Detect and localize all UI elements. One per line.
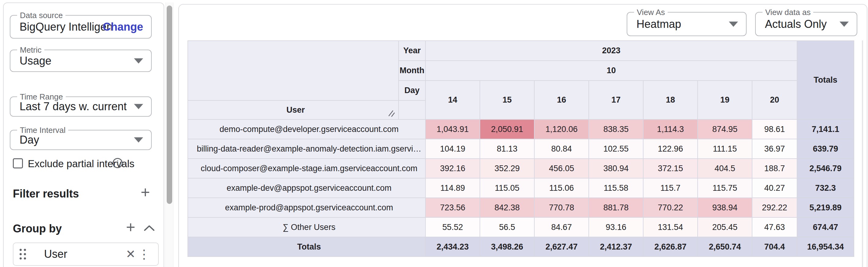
usage-value-cell[interactable]: 115.05 xyxy=(480,178,534,198)
usage-value-cell[interactable]: 456.05 xyxy=(534,159,589,178)
day-column-header[interactable]: 19 xyxy=(698,81,752,119)
usage-value-cell[interactable]: 104.19 xyxy=(426,139,480,159)
user-row-label[interactable]: billing-data-reader@example-anomaly-dete… xyxy=(188,139,426,159)
collapse-chevron-up-icon[interactable] xyxy=(143,224,155,232)
group-by-chip-label: User xyxy=(44,248,67,261)
usage-value-cell[interactable]: 352.29 xyxy=(480,159,534,178)
usage-value-cell[interactable]: 838.35 xyxy=(589,119,643,139)
more-options-icon[interactable]: ⋮ xyxy=(138,247,150,261)
user-row-label[interactable]: cloud-composer@example-stage.iam.gservic… xyxy=(188,159,426,178)
user-row-label[interactable]: ∑ Other Users xyxy=(188,217,426,237)
view-data-as-label: View data as xyxy=(763,8,813,17)
close-icon[interactable]: ✕ xyxy=(126,247,135,261)
usage-value-cell[interactable]: 1,043.91 xyxy=(426,119,480,139)
usage-value-cell[interactable]: 115.75 xyxy=(698,178,752,198)
drag-handle-icon[interactable] xyxy=(20,249,26,260)
usage-value-cell[interactable]: 114.89 xyxy=(426,178,480,198)
user-row-label[interactable]: example-prod@appspot.gserviceaccount.com xyxy=(188,198,426,217)
usage-value-cell[interactable]: 111.15 xyxy=(698,139,752,159)
usage-value-cell[interactable]: 938.94 xyxy=(698,198,752,217)
time-interval-select[interactable]: Time Interval Day xyxy=(10,130,152,150)
chevron-down-icon xyxy=(840,21,849,27)
column-resize-handle[interactable] xyxy=(388,109,395,117)
day-column-header[interactable]: 18 xyxy=(643,81,698,119)
user-row-label[interactable]: demo-compute@developer.gserviceaccount.c… xyxy=(188,119,426,139)
usage-value-cell[interactable]: 404.5 xyxy=(698,159,752,178)
usage-value-cell[interactable]: 392.16 xyxy=(426,159,480,178)
usage-value-cell[interactable]: 723.56 xyxy=(426,198,480,217)
view-as-select[interactable]: View As Heatmap xyxy=(627,12,747,36)
change-data-source-link[interactable]: Change xyxy=(103,21,143,33)
usage-value-cell[interactable]: 881.78 xyxy=(589,198,643,217)
usage-value-cell[interactable]: 1,114.3 xyxy=(643,119,698,139)
usage-value-cell[interactable]: 205.45 xyxy=(698,217,752,237)
sidebar-scrollbar-thumb[interactable] xyxy=(167,5,172,204)
add-filter-button[interactable]: + xyxy=(141,186,150,199)
usage-value-cell[interactable]: 40.27 xyxy=(752,178,797,198)
usage-value-cell[interactable]: 1,120.06 xyxy=(534,119,589,139)
usage-value-cell[interactable]: 115.06 xyxy=(534,178,589,198)
data-source-label: Data source xyxy=(17,11,65,20)
usage-value-cell[interactable]: 84.67 xyxy=(534,217,589,237)
usage-value-cell[interactable]: 81.13 xyxy=(480,139,534,159)
user-row-label[interactable]: example-dev@appspot.gserviceaccount.com xyxy=(188,178,426,198)
dimension-spacer-cell xyxy=(399,101,426,119)
day-column-header[interactable]: 16 xyxy=(534,81,589,119)
usage-value-cell[interactable]: 131.54 xyxy=(643,217,698,237)
totals-column-header[interactable]: Totals xyxy=(797,41,854,119)
totals-value-cell: 2,434.23 xyxy=(426,237,480,257)
user-column-header[interactable]: User xyxy=(188,101,399,119)
usage-value-cell[interactable]: 56.5 xyxy=(480,217,534,237)
usage-value-cell[interactable]: 292.22 xyxy=(752,198,797,217)
day-column-header[interactable]: 17 xyxy=(589,81,643,119)
usage-value-cell[interactable]: 115.7 xyxy=(643,178,698,198)
totals-row: Totals2,434.233,498.262,627.472,412.372,… xyxy=(188,237,854,257)
usage-value-cell[interactable]: 2,050.91 xyxy=(480,119,534,139)
table-row: billing-data-reader@example-anomaly-dete… xyxy=(188,139,854,159)
usage-value-cell[interactable]: 102.55 xyxy=(589,139,643,159)
usage-value-cell[interactable]: 770.78 xyxy=(534,198,589,217)
exclude-partial-intervals-checkbox[interactable] xyxy=(13,158,23,168)
view-data-as-select[interactable]: View data as Actuals Only xyxy=(755,12,857,36)
usage-value-cell[interactable]: 36.97 xyxy=(752,139,797,159)
day-column-header[interactable]: 15 xyxy=(480,81,534,119)
metric-label: Metric xyxy=(17,45,44,55)
row-total-cell: 732.3 xyxy=(797,178,854,198)
usage-value-cell[interactable]: 80.84 xyxy=(534,139,589,159)
day-column-header[interactable]: 20 xyxy=(752,81,797,119)
user-column-header-label: User xyxy=(286,105,305,114)
chevron-down-icon xyxy=(729,21,738,27)
add-group-by-button[interactable]: + xyxy=(126,220,135,234)
chevron-down-icon xyxy=(134,104,143,109)
year-value: 2023 xyxy=(426,41,797,61)
config-sidebar: Data source BigQuery Intelligenc Change … xyxy=(3,2,164,267)
usage-value-cell[interactable]: 770.22 xyxy=(643,198,698,217)
table-row: demo-compute@developer.gserviceaccount.c… xyxy=(188,119,854,139)
usage-value-cell[interactable]: 188.7 xyxy=(752,159,797,178)
table-row: example-prod@appspot.gserviceaccount.com… xyxy=(188,198,854,217)
metric-select[interactable]: Metric Usage xyxy=(10,50,152,72)
usage-value-cell[interactable]: 93.16 xyxy=(589,217,643,237)
table-scrollbar-track xyxy=(862,41,863,267)
view-as-value: Heatmap xyxy=(637,18,681,31)
info-icon[interactable]: i xyxy=(113,158,123,168)
usage-value-cell[interactable]: 55.52 xyxy=(426,217,480,237)
table-row: cloud-composer@example-stage.iam.gservic… xyxy=(188,159,854,178)
time-range-select[interactable]: Time Range Last 7 days w. current xyxy=(10,97,152,117)
data-source-field[interactable]: Data source BigQuery Intelligenc Change xyxy=(10,15,152,38)
usage-value-cell[interactable]: 874.95 xyxy=(698,119,752,139)
usage-value-cell[interactable]: 98.61 xyxy=(752,119,797,139)
grand-total-cell: 16,954.34 xyxy=(797,237,854,257)
group-by-chip-user[interactable]: User ✕ ⋮ xyxy=(13,242,159,266)
usage-value-cell[interactable]: 122.96 xyxy=(643,139,698,159)
usage-value-cell[interactable]: 115.58 xyxy=(589,178,643,198)
usage-value-cell[interactable]: 380.94 xyxy=(589,159,643,178)
usage-value-cell[interactable]: 47.63 xyxy=(752,217,797,237)
day-column-header[interactable]: 14 xyxy=(426,81,480,119)
group-by-heading: Group by xyxy=(13,222,62,235)
time-range-value: Last 7 days w. current xyxy=(20,100,127,113)
row-total-cell: 5,219.89 xyxy=(797,198,854,217)
usage-value-cell[interactable]: 842.38 xyxy=(480,198,534,217)
usage-value-cell[interactable]: 372.15 xyxy=(643,159,698,178)
totals-value-cell: 2,412.37 xyxy=(589,237,643,257)
